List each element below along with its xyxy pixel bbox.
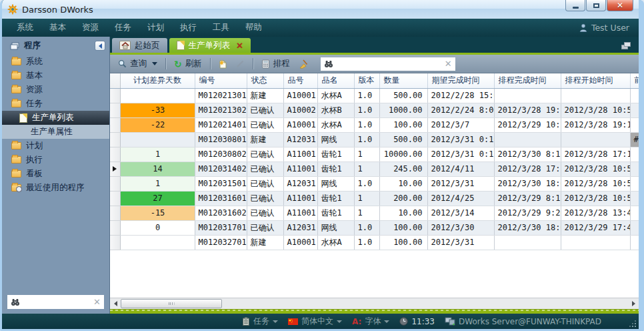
cell-diff[interactable]: 1 xyxy=(120,147,195,161)
cell-sched_start[interactable] xyxy=(561,88,630,103)
cell-qty[interactable]: 10.00 xyxy=(379,206,427,220)
cell-sched_finish[interactable]: 2012/3/30 18:00 xyxy=(494,176,561,191)
cell-diff[interactable] xyxy=(120,88,195,103)
cell-qty[interactable]: 245.00 xyxy=(379,161,427,176)
cell-code[interactable]: M012031602 xyxy=(195,206,247,220)
sidebar-item-production-order-list[interactable]: 生产单列表 xyxy=(2,111,109,125)
grid-row-M012032701[interactable]: M012032701新建A10001水杯A1.0100.002012/3/31 xyxy=(110,235,639,250)
cell-item_name[interactable]: 网线 xyxy=(317,176,354,191)
cell-status[interactable]: 新建 xyxy=(247,88,283,103)
cell-expected_finish[interactable]: 2012/3/31 xyxy=(427,235,494,250)
cell-qty[interactable]: 500.00 xyxy=(379,132,427,147)
row-selector[interactable] xyxy=(110,147,120,161)
cell-status[interactable]: 已确认 xyxy=(247,147,283,161)
cell-sched_start[interactable]: 2012/3/28 17:13 xyxy=(561,147,630,161)
cell-version[interactable]: 1.0 xyxy=(354,220,379,235)
cell-sched_finish[interactable] xyxy=(494,235,561,250)
refresh-button[interactable]: ↻ 刷新 xyxy=(171,57,205,71)
cell-diff[interactable] xyxy=(120,132,195,147)
cell-version[interactable]: 1 xyxy=(354,161,379,176)
column-header-item_no[interactable]: 品号 xyxy=(283,73,317,88)
scroll-left-arrow[interactable] xyxy=(110,298,121,309)
row-selector[interactable] xyxy=(110,88,120,103)
cell-extra[interactable] xyxy=(630,117,639,132)
cell-item_no[interactable]: A10001 xyxy=(283,235,317,250)
cell-extra[interactable] xyxy=(630,103,639,117)
cell-qty[interactable]: 1000.00 xyxy=(379,103,427,117)
cell-item_name[interactable]: 水杯A xyxy=(317,88,354,103)
sidebar-item-basic[interactable]: 基本 xyxy=(2,69,109,83)
menu-item-tools[interactable]: 工具 xyxy=(205,19,237,36)
cell-version[interactable]: 1.0 xyxy=(354,103,379,117)
cell-version[interactable]: 1.0 xyxy=(354,88,379,103)
grid-row-M012021301[interactable]: M012021301新建A10001水杯A1.0500.002012/2/28 … xyxy=(110,88,639,103)
cell-item_no[interactable]: A11001 xyxy=(283,191,317,206)
user-indicator[interactable]: Test User xyxy=(579,23,639,33)
cell-sched_start[interactable]: 2012/3/28 10:52 xyxy=(561,103,630,117)
cell-diff[interactable]: 27 xyxy=(120,191,195,206)
clean-button[interactable] xyxy=(295,58,312,70)
cell-extra[interactable] xyxy=(630,176,639,191)
cell-code[interactable]: M012021401 xyxy=(195,117,247,132)
cell-extra[interactable] xyxy=(630,88,639,103)
toolbar-search-clear-icon[interactable]: ✕ xyxy=(445,59,452,68)
menu-item-system[interactable]: 系统 xyxy=(9,19,41,36)
cell-sched_finish[interactable] xyxy=(494,88,561,103)
cell-sched_finish[interactable]: 2012/3/29 10:20 xyxy=(494,117,561,132)
cell-qty[interactable]: 500.00 xyxy=(379,88,427,103)
window-stack-icon[interactable] xyxy=(621,42,631,49)
row-selector[interactable] xyxy=(110,235,120,250)
cell-item_no[interactable]: A11001 xyxy=(283,161,317,176)
cell-qty[interactable]: 100.00 xyxy=(379,235,427,250)
cell-version[interactable]: 1.0 xyxy=(354,117,379,132)
row-selector[interactable] xyxy=(110,206,120,220)
sidebar-item-plan[interactable]: 计划 xyxy=(2,139,109,153)
column-header-expected_finish[interactable]: 期望完成时间 xyxy=(427,73,494,88)
cell-item_name[interactable]: 网线 xyxy=(317,132,354,147)
cell-status[interactable]: 已确认 xyxy=(247,191,283,206)
grid-corner-header[interactable] xyxy=(110,73,120,88)
grid-row-M012030802[interactable]: 1M012030802已确认A11001齿轮1110000.002012/3/3… xyxy=(110,147,639,161)
cell-diff[interactable]: 14 xyxy=(120,161,195,176)
grid-row-M012030801[interactable]: M012030801新建A12031网线1.0500.002012/3/31 0… xyxy=(110,132,639,147)
grid-row-M012031501[interactable]: 1M012031501已确认A12031网线1.010.002012/3/312… xyxy=(110,176,639,191)
cell-extra[interactable] xyxy=(630,220,639,235)
new-button[interactable] xyxy=(215,58,231,70)
cell-version[interactable]: 1.0 xyxy=(354,132,379,147)
resize-grip-icon[interactable] xyxy=(629,320,636,327)
sidebar-item-kanban[interactable]: 看板 xyxy=(2,167,109,181)
close-button[interactable]: ✕ xyxy=(607,0,633,11)
cell-status[interactable]: 已确认 xyxy=(247,176,283,191)
cell-item_no[interactable]: A10002 xyxy=(283,103,317,117)
query-button[interactable]: 查询 xyxy=(115,57,161,71)
menu-item-basic[interactable]: 基本 xyxy=(41,19,74,36)
cell-sched_start[interactable]: 2012/3/28 10:52 xyxy=(561,191,630,206)
sidebar-item-execute[interactable]: 执行 xyxy=(2,153,109,167)
cell-sched_start[interactable]: 2012/3/28 19:10 xyxy=(561,117,630,132)
edit-button[interactable] xyxy=(233,58,248,69)
cell-expected_finish[interactable]: 2012/2/28 15:00 xyxy=(427,88,494,103)
cell-expected_finish[interactable]: 2012/3/31 0:17 xyxy=(427,147,494,161)
cell-extra[interactable] xyxy=(630,147,639,161)
cell-item_name[interactable]: 水杯B xyxy=(317,103,354,117)
cell-code[interactable]: M012031601 xyxy=(195,191,247,206)
cell-diff[interactable]: -22 xyxy=(120,117,195,132)
cell-status[interactable]: 新建 xyxy=(247,132,283,147)
cell-expected_finish[interactable]: 2012/4/11 xyxy=(427,161,494,176)
cell-item_no[interactable]: A10001 xyxy=(283,88,317,103)
cell-expected_finish[interactable]: 2012/3/14 xyxy=(427,206,494,220)
cell-diff[interactable]: -15 xyxy=(120,206,195,220)
tab-production-order-list[interactable]: 生产单列表 ✕ xyxy=(169,38,251,53)
cell-item_no[interactable]: A10001 xyxy=(283,117,317,132)
cell-code[interactable]: M012031402 xyxy=(195,161,247,176)
horizontal-scrollbar[interactable] xyxy=(110,298,639,309)
sidebar-item-task[interactable]: 任务 xyxy=(2,97,109,111)
cell-sched_finish[interactable] xyxy=(494,132,561,147)
column-header-qty[interactable]: 数量 xyxy=(379,73,427,88)
cell-version[interactable]: 1.0 xyxy=(354,235,379,250)
cell-qty[interactable]: 100.00 xyxy=(379,117,427,132)
row-selector[interactable] xyxy=(110,176,120,191)
cell-extra[interactable] xyxy=(630,191,639,206)
cell-sched_finish[interactable]: 2012/3/28 17:13 xyxy=(494,161,561,176)
column-header-item_name[interactable]: 品名 xyxy=(317,73,354,88)
